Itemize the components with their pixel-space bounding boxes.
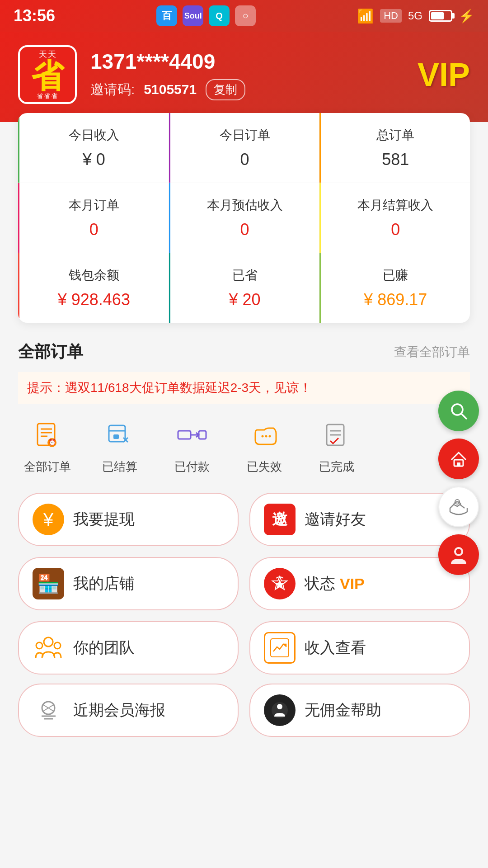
- invite-section: 邀请码: 5105571 复制: [90, 79, 404, 100]
- today-income-label: 今日收入: [28, 127, 160, 144]
- vip-badge: VIP: [418, 56, 470, 93]
- svg-text:⏰: ⏰: [48, 439, 56, 446]
- invite-icon: 邀: [264, 504, 296, 535]
- tab-all-orders[interactable]: ⏰ 全部订单: [14, 417, 81, 475]
- status-vip-tag: VIP: [340, 575, 365, 593]
- svg-line-27: [461, 414, 467, 419]
- search-float-button[interactable]: [438, 391, 479, 431]
- invite-code: 5105571: [144, 82, 197, 97]
- svg-point-12: [265, 435, 267, 438]
- stats-row-3: 钱包余额 ¥ 928.463 已省 ¥ 20 已赚 ¥ 869.17: [18, 253, 470, 323]
- notice-bar: 提示：遇双11/618大促订单数据延迟2-3天，见谅！: [18, 372, 470, 404]
- bottom-section: 近期会员海报 无佣金帮助: [0, 684, 488, 737]
- team-icon: [33, 632, 64, 664]
- orders-section: 全部订单 查看全部订单 提示：遇双11/618大促订单数据延迟2-3天，见谅！ …: [0, 327, 488, 484]
- status-icon: [264, 568, 296, 599]
- month-settled-cell: 本月结算收入 0: [319, 183, 470, 253]
- svg-point-26: [452, 404, 463, 415]
- status-right-icons: 📶 HD 5G ⚡: [357, 8, 474, 24]
- tab-expired[interactable]: 已失效: [230, 417, 298, 475]
- logo-big-char: 省: [31, 60, 64, 92]
- status-button[interactable]: 状态 VIP: [249, 557, 470, 610]
- month-orders-cell: 本月订单 0: [18, 183, 169, 253]
- saved-label: 已省: [179, 267, 310, 284]
- expired-label: 已失效: [247, 459, 282, 475]
- view-all-orders-link[interactable]: 查看全部订单: [394, 344, 470, 361]
- today-orders-label: 今日订单: [179, 127, 310, 144]
- income-button[interactable]: 收入查看: [249, 621, 470, 675]
- month-estimated-label: 本月预估收入: [179, 197, 310, 214]
- handshake-float-button[interactable]: [438, 486, 479, 527]
- status-bar: 13:56 百 Soul Q ○ 📶 HD 5G ⚡: [0, 0, 488, 32]
- poster-button[interactable]: 近期会员海报: [18, 684, 239, 737]
- saved-cell: 已省 ¥ 20: [169, 253, 320, 323]
- qua-icon: Q: [209, 5, 230, 26]
- saved-value: ¥ 20: [179, 290, 310, 309]
- app-logo: 天 天 省 省省省: [18, 45, 77, 104]
- orders-title: 全部订单: [18, 341, 83, 363]
- month-orders-value: 0: [28, 220, 160, 239]
- svg-point-13: [269, 435, 271, 438]
- shop-button[interactable]: 🏪 我的店铺: [18, 557, 239, 610]
- today-orders-cell: 今日订单 0: [169, 113, 320, 183]
- shop-label: 我的店铺: [73, 573, 135, 594]
- floating-buttons: [438, 391, 479, 575]
- wifi-icon: 📶: [357, 8, 374, 24]
- baidu-icon: 百: [156, 5, 177, 26]
- stats-row-1: 今日收入 ¥ 0 今日订单 0 总订单 581: [18, 113, 470, 183]
- svg-point-17: [44, 637, 53, 646]
- income-icon: [264, 632, 296, 664]
- order-tabs: ⏰ 全部订单 已结算: [0, 408, 488, 484]
- month-settled-label: 本月结算收入: [330, 197, 461, 214]
- svg-point-18: [36, 642, 42, 649]
- status-time: 13:56: [14, 6, 55, 25]
- month-settled-value: 0: [330, 220, 461, 239]
- tab-paid[interactable]: 已付款: [158, 417, 226, 475]
- completed-label: 已完成: [319, 459, 354, 475]
- paid-label: 已付款: [174, 459, 210, 475]
- all-orders-label: 全部订单: [24, 459, 71, 475]
- stats-row-2: 本月订单 0 本月预估收入 0 本月结算收入 0: [18, 183, 470, 253]
- svg-point-11: [262, 435, 264, 438]
- wallet-cell: 钱包余额 ¥ 928.463: [18, 253, 169, 323]
- today-income-value: ¥ 0: [28, 150, 160, 169]
- logo-bottom: 省省省: [37, 92, 58, 100]
- wallet-label: 钱包余额: [28, 267, 160, 284]
- settled-icon: [102, 417, 138, 453]
- svg-rect-9: [178, 431, 191, 439]
- income-label: 收入查看: [305, 637, 366, 658]
- expired-icon: [246, 417, 282, 453]
- tab-completed[interactable]: 已完成: [303, 417, 371, 475]
- poster-label: 近期会员海报: [73, 700, 165, 721]
- total-orders-cell: 总订单 581: [319, 113, 470, 183]
- header-info: 1371****4409 邀请码: 5105571 复制: [90, 49, 404, 100]
- wallet-value: ¥ 928.463: [28, 290, 160, 309]
- month-estimated-value: 0: [179, 220, 310, 239]
- svg-point-19: [54, 642, 61, 649]
- team-button[interactable]: 你的团队: [18, 621, 239, 675]
- svg-rect-29: [457, 462, 460, 466]
- orders-section-header: 全部订单 查看全部订单: [0, 327, 488, 368]
- paid-icon: [174, 417, 210, 453]
- 5g-icon: 5G: [408, 9, 422, 22]
- tab-settled[interactable]: 已结算: [86, 417, 154, 475]
- copy-button[interactable]: 复制: [206, 79, 245, 100]
- invite-button[interactable]: 邀 邀请好友: [249, 493, 470, 546]
- poster-icon: [33, 694, 64, 726]
- customer-float-button[interactable]: [438, 534, 479, 575]
- today-orders-value: 0: [179, 150, 310, 169]
- settled-label: 已结算: [102, 459, 137, 475]
- completed-icon: [319, 417, 355, 453]
- month-orders-label: 本月订单: [28, 197, 160, 214]
- svg-rect-10: [199, 431, 206, 439]
- shop-icon: 🏪: [33, 568, 64, 599]
- home-float-button[interactable]: [438, 439, 479, 479]
- total-orders-label: 总订单: [330, 127, 461, 144]
- help-icon: [264, 694, 296, 726]
- soul-icon: Soul: [183, 5, 203, 26]
- help-button[interactable]: 无佣金帮助: [249, 684, 470, 737]
- stats-container: 今日收入 ¥ 0 今日订单 0 总订单 581 本月订单 0 本月预估收入 0: [18, 113, 470, 323]
- svg-point-32: [456, 549, 461, 554]
- svg-point-25: [277, 704, 282, 709]
- withdraw-button[interactable]: ¥ 我要提现: [18, 493, 239, 546]
